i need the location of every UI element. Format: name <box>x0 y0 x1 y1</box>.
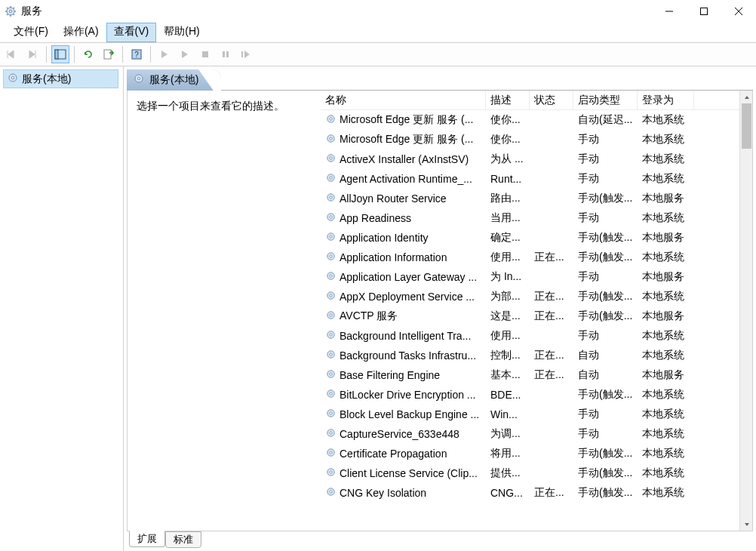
tab-standard[interactable]: 标准 <box>165 531 201 548</box>
menu-action[interactable]: 操作(A) <box>56 23 106 42</box>
start-service-button[interactable] <box>155 45 174 63</box>
service-row[interactable]: Application Identity确定...手动(触发...本地服务 <box>321 228 739 248</box>
service-row[interactable]: Application Layer Gateway ...为 In...手动本地… <box>321 267 739 287</box>
refresh-button[interactable] <box>79 45 97 63</box>
cell-name-text: Certificate Propagation <box>340 448 447 460</box>
cell-startup: 手动(触发... <box>573 308 638 325</box>
restart-service-button[interactable] <box>237 45 255 63</box>
title-bar: 服务 <box>0 0 756 23</box>
pause-service-button[interactable] <box>217 45 235 63</box>
svg-point-46 <box>330 294 332 297</box>
cell-logon: 本地服务 <box>638 190 694 207</box>
cell-name-text: CaptureService_633e448 <box>340 428 459 440</box>
services-list[interactable]: 名称 描述 状态 启动类型 登录为 Microsoft Edge 更新 服务 (… <box>321 91 739 531</box>
svg-point-62 <box>330 451 332 454</box>
column-header-state[interactable]: 状态 <box>530 91 573 110</box>
service-row[interactable]: Background Intelligent Tra...使用...手动本地系统 <box>321 326 739 346</box>
help-button[interactable]: ? <box>128 45 146 63</box>
cell-logon: 本地服务 <box>638 229 694 246</box>
cell-description: 使用... <box>486 328 530 344</box>
cell-startup: 手动(触发... <box>573 190 638 207</box>
cell-name-text: App Readiness <box>340 212 411 224</box>
service-row[interactable]: Agent Activation Runtime_...Runt...手动本地系… <box>321 169 739 189</box>
vertical-scrollbar[interactable] <box>739 91 752 531</box>
svg-point-52 <box>330 353 332 356</box>
service-row[interactable]: ActiveX Installer (AxInstSV)为从 ...手动本地系统 <box>321 149 739 169</box>
svg-line-7 <box>14 14 15 16</box>
service-row[interactable]: Microsoft Edge 更新 服务 (...使你...手动本地系统 <box>321 130 739 149</box>
tab-extended[interactable]: 扩展 <box>129 531 165 547</box>
scrollbar-thumb[interactable] <box>742 103 751 149</box>
nav-forward-button[interactable] <box>23 45 41 63</box>
cell-description: 使你... <box>486 131 530 148</box>
panel-header-tab: 服务(本地) <box>127 69 221 91</box>
tree-root-services-local[interactable]: 服务(本地) <box>3 69 118 88</box>
cell-state: 正在... <box>530 485 573 501</box>
menu-file[interactable]: 文件(F) <box>6 23 56 42</box>
svg-line-6 <box>7 8 8 9</box>
bottom-tabs: 扩展 标准 <box>127 531 753 548</box>
cell-description: 路由... <box>486 190 530 207</box>
svg-line-9 <box>14 8 15 9</box>
cell-logon: 本地系统 <box>638 386 694 403</box>
cell-startup: 手动(触发... <box>573 445 638 462</box>
cell-description: 将用... <box>486 445 530 462</box>
column-header-startup[interactable]: 启动类型 <box>573 91 638 110</box>
service-row[interactable]: AppX Deployment Service ...为部...正在...手动(… <box>321 287 739 306</box>
scrollbar-up-button[interactable] <box>740 91 752 103</box>
menu-view[interactable]: 查看(V) <box>106 23 157 42</box>
column-headers: 名称 描述 状态 启动类型 登录为 <box>321 91 739 110</box>
column-header-logon[interactable]: 登录为 <box>638 91 694 110</box>
cell-startup: 手动(触发... <box>573 386 638 403</box>
cell-startup: 自动 <box>573 367 638 383</box>
nav-back-button[interactable] <box>3 45 21 63</box>
service-row[interactable]: Background Tasks Infrastru...控制...正在...自… <box>321 346 739 365</box>
service-icon <box>325 152 337 166</box>
cell-name-text: Application Information <box>340 251 447 263</box>
column-header-description[interactable]: 描述 <box>486 91 530 110</box>
service-row[interactable]: Microsoft Edge 更新 服务 (...使你...自动(延迟...本地… <box>321 110 739 130</box>
service-row[interactable]: Application Information使用...正在...手动(触发..… <box>321 248 739 267</box>
scrollbar-down-button[interactable] <box>740 518 752 531</box>
show-tree-button[interactable] <box>51 45 69 63</box>
cell-state <box>530 197 573 200</box>
cell-name-text: AllJoyn Router Service <box>340 192 447 205</box>
service-row[interactable]: Client License Service (Clip...提供...手动(触… <box>321 463 739 483</box>
menu-help[interactable]: 帮助(H) <box>156 23 207 42</box>
svg-point-44 <box>330 275 332 277</box>
service-row[interactable]: AVCTP 服务这是...正在...手动(触发...本地服务 <box>321 306 739 326</box>
svg-point-1 <box>9 10 12 13</box>
cell-description: 提供... <box>486 465 530 482</box>
right-panel: 服务(本地) 选择一个项目来查看它的描述。 名称 描述 状态 启动类型 登录为 <box>124 66 756 551</box>
maximize-button[interactable] <box>687 0 721 23</box>
service-icon <box>325 486 337 500</box>
cell-name-text: AppX Deployment Service ... <box>340 291 475 303</box>
cell-startup: 自动 <box>573 347 638 364</box>
cell-name: Application Information <box>321 249 486 266</box>
service-row[interactable]: Base Filtering Engine基本...正在...自动本地服务 <box>321 365 739 385</box>
service-row[interactable]: BitLocker Drive Encryption ...BDE...手动(触… <box>321 385 739 405</box>
service-row[interactable]: Certificate Propagation将用...手动(触发...本地系统 <box>321 444 739 463</box>
cell-logon: 本地系统 <box>638 112 694 128</box>
cell-description: 为从 ... <box>486 151 530 168</box>
service-row[interactable]: Block Level Backup Engine ...Win...手动本地系… <box>321 405 739 424</box>
service-row[interactable]: CaptureService_633e448为调...手动本地系统 <box>321 424 739 444</box>
service-icon <box>325 349 337 362</box>
stop-service-button[interactable] <box>196 45 214 63</box>
cell-description: 为 In... <box>486 269 530 285</box>
toolbar-separator <box>150 46 151 63</box>
menu-bar: 文件(F) 操作(A) 查看(V) 帮助(H) <box>0 23 756 42</box>
service-icon <box>325 447 337 460</box>
close-button[interactable] <box>721 0 756 23</box>
service-row[interactable]: CNG Key IsolationCNG...正在...手动(触发...本地系统 <box>321 483 739 503</box>
description-pane: 选择一个项目来查看它的描述。 <box>128 91 321 531</box>
list-wrap: 名称 描述 状态 启动类型 登录为 Microsoft Edge 更新 服务 (… <box>321 91 752 531</box>
export-list-button[interactable] <box>100 45 118 63</box>
service-row[interactable]: App Readiness当用...手动本地系统 <box>321 208 739 228</box>
service-row[interactable]: AllJoyn Router Service路由...手动(触发...本地服务 <box>321 189 739 208</box>
cell-name-text: Microsoft Edge 更新 服务 (... <box>340 133 473 146</box>
cell-name: Block Level Backup Engine ... <box>321 406 486 423</box>
column-header-name[interactable]: 名称 <box>321 91 486 110</box>
minimize-button[interactable] <box>652 0 687 23</box>
start-service-alt-button[interactable] <box>176 45 194 63</box>
